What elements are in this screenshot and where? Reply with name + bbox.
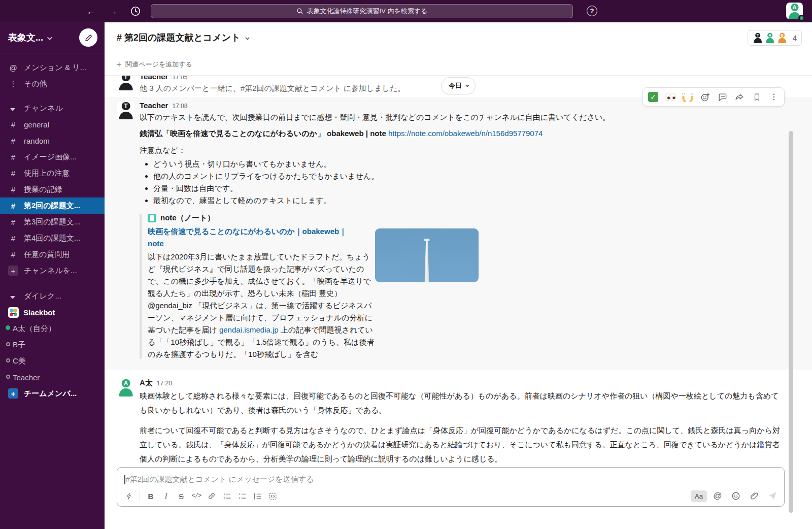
message-ata: A A太 17:20 映画体験として総称される様々な要素には、回復可能であるもの…	[105, 374, 812, 465]
code-icon[interactable]: </>	[189, 489, 204, 503]
thread-reply-icon[interactable]	[714, 89, 730, 105]
add-channel-button[interactable]: + チャンネルを...	[0, 262, 105, 279]
sidebar-channel-random[interactable]: #random	[0, 133, 105, 149]
hash-icon: #	[8, 234, 18, 243]
dm-section-header[interactable]: ダイレク...	[0, 288, 105, 304]
message-avatar[interactable]: T	[117, 76, 135, 90]
workspace-name[interactable]: 表象文...	[8, 31, 43, 44]
sidebar-channel-usage-notes[interactable]: #使用上の注意	[0, 165, 105, 181]
dm-cmi[interactable]: C C美	[0, 353, 105, 369]
message-input[interactable]: #第2回の課題文献とコメント にメッセージを送信する	[117, 468, 784, 488]
channel-header: # 第2回の課題文献とコメント T A B 4	[105, 22, 812, 53]
message-composer: #第2回の課題文献とコメント にメッセージを送信する B I S </>	[117, 467, 785, 507]
sidebar-channel-general[interactable]: #general	[0, 116, 105, 133]
mention-icon[interactable]: @	[710, 489, 725, 503]
history-clock-icon[interactable]	[130, 6, 141, 17]
dm-slackbot[interactable]: Slackbot	[0, 304, 105, 320]
member-count-button[interactable]: T A B 4	[748, 30, 802, 46]
message-avatar[interactable]: A	[117, 378, 135, 396]
shortcuts-lightning-icon[interactable]	[121, 489, 137, 503]
workspace-header: 表象文...	[0, 22, 105, 53]
unfurl-thumbnail-image[interactable]	[375, 228, 479, 282]
canvas-tabs-bar: + 関連ページを追加する	[105, 53, 812, 76]
member-avatar: T	[753, 32, 763, 43]
presence-offline-dot	[6, 358, 10, 362]
strikethrough-icon[interactable]: S	[174, 489, 189, 503]
chevron-down-icon	[245, 33, 248, 42]
sender-name[interactable]: Teacher	[140, 76, 168, 81]
sidebar-channel-questions[interactable]: #任意の質問用	[0, 246, 105, 262]
unfurl-inline-link[interactable]: gendai.ismedia.jp	[219, 325, 279, 334]
sidebar-channel-session3[interactable]: #第3回の課題文...	[0, 214, 105, 230]
eyes-emoji[interactable]	[662, 89, 679, 105]
timestamp[interactable]: 17:20	[157, 380, 172, 387]
sidebar-item-mentions[interactable]: @ メンション & リ...	[0, 59, 105, 76]
presence-offline-dot	[6, 375, 10, 379]
italic-icon[interactable]: I	[158, 489, 174, 503]
bookmark-icon[interactable]	[749, 89, 765, 105]
member-count: 4	[793, 34, 797, 42]
blockquote-icon[interactable]	[250, 489, 265, 503]
chevron-down-icon	[47, 33, 51, 42]
dm-teacher[interactable]: T Teacher	[0, 369, 105, 385]
send-button[interactable]	[765, 489, 780, 503]
sidebar-channel-session2-selected[interactable]: #第2回の課題文...	[0, 197, 105, 214]
more-actions-icon[interactable]	[766, 89, 782, 105]
timestamp[interactable]: 17:05	[172, 76, 187, 81]
share-icon[interactable]	[731, 89, 748, 105]
bullet-item: 他の人のコメントにリプライをつけるかたちでもかまいません。	[153, 170, 785, 182]
member-avatar: A	[765, 32, 775, 43]
user-avatar[interactable]: A	[786, 3, 803, 19]
forward-arrow-icon[interactable]: →	[108, 7, 118, 16]
date-divider-pill[interactable]: 今日	[441, 77, 476, 94]
hash-icon: #	[8, 120, 18, 129]
channel-title[interactable]: # 第2回の課題文献とコメント	[117, 31, 241, 44]
back-arrow-icon[interactable]: ←	[86, 7, 96, 16]
sidebar-channel-images[interactable]: #イメージ画像...	[0, 149, 105, 165]
text-caret	[124, 475, 125, 484]
attach-paperclip-icon[interactable]	[747, 489, 762, 503]
raised-hands-emoji[interactable]	[680, 89, 696, 105]
sender-name[interactable]: A太	[140, 378, 153, 388]
unfurl-title-link[interactable]: 映画を倍速で見ることのなにがわるいのか｜obakeweb｜note	[148, 225, 354, 250]
chevron-down-icon	[465, 83, 469, 87]
channels-section-header[interactable]: チャンネル	[0, 100, 105, 116]
add-pages-tab[interactable]: 関連ページを追加する	[125, 60, 192, 69]
note-site-icon	[148, 214, 156, 222]
sender-name[interactable]: Teacher	[140, 101, 168, 110]
timestamp[interactable]: 17:08	[172, 103, 187, 110]
dm-bko[interactable]: B B子	[0, 337, 105, 353]
ordered-list-icon[interactable]: 12	[219, 489, 234, 503]
invite-members-button[interactable]: + チームメンバ...	[0, 385, 105, 402]
reference-url-link[interactable]: https://note.com/obakeweb/n/n156d9577907…	[388, 129, 543, 138]
emoji-icon[interactable]	[728, 489, 743, 503]
add-reaction-icon[interactable]	[697, 89, 713, 105]
unfurl-site-row: note（ノート）	[148, 212, 495, 224]
message-text: 映画体験として総称される様々な要素には、回復可能であるものと回復不可能な（可能性…	[140, 389, 785, 465]
sidebar-item-more[interactable]: ⋮ その他	[0, 76, 105, 92]
presence-online-dot	[798, 15, 805, 21]
main-pane: # 第2回の課題文献とコメント T A B 4 + 関連ページを追加する 今日	[105, 22, 812, 529]
sidebar-channel-class-records[interactable]: #授業の記録	[0, 181, 105, 197]
hash-icon: #	[8, 250, 18, 259]
bulleted-list-icon[interactable]	[234, 489, 250, 503]
compose-button[interactable]	[79, 28, 97, 47]
unfurl-site-name: note（ノート）	[160, 213, 215, 223]
white-check-mark-emoji[interactable]: ✓	[645, 89, 661, 105]
bold-icon[interactable]: B	[143, 489, 158, 503]
member-avatar: B	[777, 32, 788, 43]
link-icon[interactable]	[204, 489, 219, 503]
vertical-scrollbar[interactable]	[789, 131, 793, 513]
dm-ata-self[interactable]: A A太（自分）	[0, 320, 105, 337]
slack-window: ← → 表象文化論特殊研究演習IV 内を検索する ? A 表象文...	[0, 0, 812, 529]
search-icon	[296, 8, 303, 15]
code-block-icon[interactable]	[265, 489, 280, 503]
plus-icon: +	[117, 60, 121, 69]
sidebar-channel-session4[interactable]: #第4回の課題文...	[0, 230, 105, 246]
formatting-toggle[interactable]: Aa	[691, 490, 707, 502]
message-list: 今日 T Teacher 17:05 他 3 人のメンバーと一緒に、#第2回の課…	[105, 76, 812, 465]
help-icon[interactable]: ?	[587, 6, 597, 16]
plus-icon: +	[8, 388, 18, 399]
search-bar[interactable]: 表象文化論特殊研究演習IV 内を検索する	[151, 4, 573, 18]
message-avatar[interactable]: T	[117, 101, 135, 119]
